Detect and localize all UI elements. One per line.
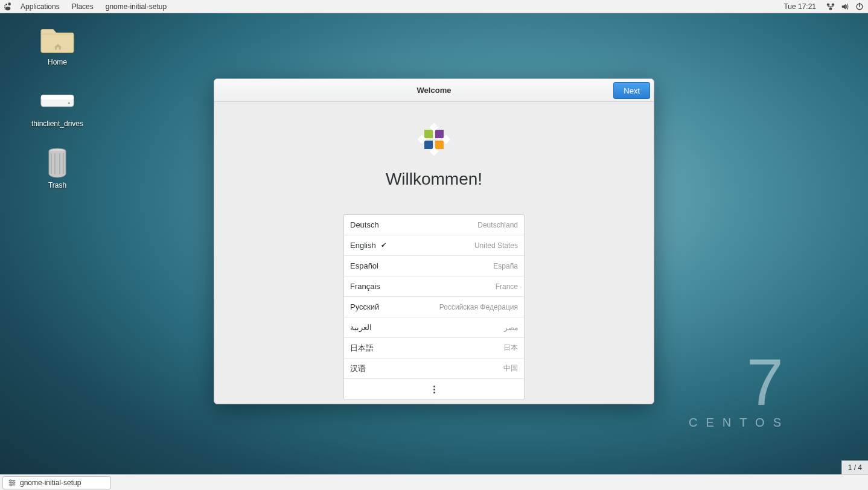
dialog-header: Welcome Next: [214, 79, 654, 102]
language-name: 汉语: [350, 363, 366, 374]
welcome-heading: Willkommen!: [386, 170, 482, 189]
language-list: DeutschDeutschlandEnglish✔United StatesE…: [343, 214, 525, 400]
panel-right-group: Tue 17:21: [779, 0, 864, 13]
svg-point-2: [4, 5, 5, 6]
svg-point-11: [68, 102, 70, 104]
svg-rect-4: [827, 3, 829, 5]
brand-name: CENTOS: [689, 416, 790, 430]
language-item[interactable]: FrançaisFrance: [344, 276, 524, 297]
language-item[interactable]: 日本語日本: [344, 338, 524, 358]
top-panel: Applications Places gnome-initial-setup …: [0, 0, 868, 13]
active-app-indicator[interactable]: gnome-initial-setup: [100, 2, 173, 11]
wallpaper-brand: 7 CENTOS: [689, 358, 790, 430]
language-name: Español: [350, 261, 378, 270]
language-name: Русский: [350, 302, 379, 311]
svg-rect-6: [829, 7, 832, 10]
svg-rect-21: [435, 141, 444, 149]
language-name: Français: [350, 282, 380, 291]
places-menu[interactable]: Places: [66, 0, 100, 13]
language-item[interactable]: DeutschDeutschland: [344, 215, 524, 235]
desktop-home[interactable]: Home: [18, 24, 97, 66]
next-button[interactable]: Next: [613, 82, 650, 99]
svg-point-16: [10, 479, 12, 482]
next-button-label: Next: [624, 86, 640, 95]
centos-logo-icon: [415, 120, 453, 159]
dialog-title: Welcome: [417, 86, 452, 95]
language-region: Deutschland: [477, 221, 518, 229]
language-item[interactable]: English✔United States: [344, 235, 524, 256]
taskbar-task-gnome-initial-setup[interactable]: gnome-initial-setup: [2, 476, 111, 489]
taskbar-task-label: gnome-initial-setup: [20, 479, 81, 487]
active-app-label: gnome-initial-setup: [106, 2, 167, 11]
svg-rect-19: [424, 130, 433, 138]
svg-rect-10: [41, 95, 74, 100]
drive-icon: [40, 86, 75, 117]
network-icon[interactable]: [826, 2, 835, 11]
language-region: Российская Федерация: [439, 303, 518, 311]
desktop-drives-label: thinclient_drives: [31, 119, 83, 128]
initial-setup-dialog: Welcome Next Willkommen!: [214, 78, 654, 404]
language-region: France: [496, 282, 518, 291]
desktop-trash-label: Trash: [48, 181, 66, 189]
trash-icon: [40, 147, 75, 179]
language-region: España: [493, 262, 518, 270]
svg-point-0: [8, 2, 11, 5]
desktop-trash[interactable]: Trash: [18, 147, 97, 189]
panel-left-group: Applications Places gnome-initial-setup: [4, 0, 173, 13]
clock-label: Tue 17:21: [783, 2, 816, 11]
language-name: العربية: [350, 323, 372, 332]
places-menu-label: Places: [72, 2, 94, 11]
language-more-button[interactable]: [344, 379, 524, 399]
desktop-thinclient-drives[interactable]: thinclient_drives: [18, 86, 97, 128]
svg-rect-22: [424, 141, 433, 149]
applications-menu-label: Applications: [21, 2, 60, 11]
brand-version: 7: [689, 358, 790, 405]
dialog-body: Willkommen! DeutschDeutschlandEnglish✔Un…: [214, 102, 654, 404]
svg-point-1: [5, 3, 7, 5]
more-icon: [433, 386, 435, 393]
language-region: مصر: [504, 323, 518, 332]
svg-point-3: [4, 7, 5, 8]
svg-rect-5: [832, 3, 834, 5]
language-name: English: [350, 241, 376, 250]
language-item[interactable]: 汉语中国: [344, 358, 524, 379]
clock[interactable]: Tue 17:21: [779, 0, 821, 13]
svg-point-17: [13, 482, 15, 484]
language-region: United States: [474, 241, 518, 250]
language-region: 日本: [503, 343, 518, 353]
check-icon: ✔: [381, 241, 386, 249]
language-region: 中国: [503, 363, 518, 374]
svg-point-18: [10, 483, 13, 486]
volume-icon[interactable]: [840, 2, 850, 11]
applications-menu[interactable]: Applications: [14, 0, 66, 13]
language-item[interactable]: EspañolEspaña: [344, 256, 524, 276]
power-icon[interactable]: [855, 2, 864, 11]
workspace-label: 1 / 4: [848, 463, 862, 472]
gnome-foot-icon: [4, 2, 12, 11]
svg-rect-20: [435, 130, 444, 138]
folder-home-icon: [40, 24, 75, 56]
preferences-icon: [8, 479, 16, 487]
desktop-icons: Home thinclient_drives Trash: [18, 24, 97, 189]
workspace-indicator[interactable]: 1 / 4: [841, 460, 868, 474]
desktop-home-label: Home: [48, 58, 67, 66]
language-name: Deutsch: [350, 220, 379, 229]
taskbar: gnome-initial-setup: [0, 474, 868, 490]
language-item[interactable]: РусскийРоссийская Федерация: [344, 297, 524, 317]
language-name: 日本語: [350, 343, 374, 354]
language-item[interactable]: العربيةمصر: [344, 317, 524, 338]
